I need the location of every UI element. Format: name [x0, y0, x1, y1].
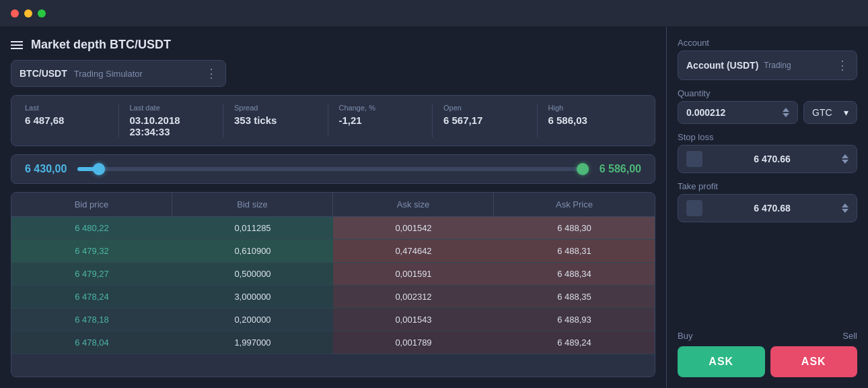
bid-size: 3,000000: [172, 286, 333, 308]
page-title: Market depth BTC/USDT: [31, 38, 171, 52]
app-container: Market depth BTC/USDT BTC/USDT Trading S…: [0, 27, 868, 388]
table-row[interactable]: 6 478,04 1,997000 0,001789 6 489,24: [11, 331, 655, 354]
stat-open-value: 6 567,17: [443, 115, 526, 126]
account-menu-icon[interactable]: ⋮: [836, 58, 848, 73]
table-row[interactable]: 6 478,18 0,200000 0,001543 6 488,93: [11, 309, 655, 331]
account-info: Account (USDT) Trading: [686, 60, 791, 71]
take-profit-section: Take profit 6 470.68: [678, 181, 857, 222]
account-name: Account (USDT): [686, 60, 758, 71]
buy-sell-section: Buy Sell ASK ASK: [678, 331, 857, 377]
bid-size: 1,997000: [172, 331, 333, 354]
stop-loss-label: Stop loss: [678, 132, 857, 142]
stat-last: Last 6 487,68: [25, 104, 119, 137]
quantity-stepper[interactable]: [783, 108, 789, 117]
stop-loss-section: Stop loss 6 470.66: [678, 132, 857, 173]
order-book-body: 6 480,22 0,011285 0,001542 6 488,30 6 47…: [11, 217, 655, 354]
buy-label: Buy: [678, 331, 768, 341]
order-book: Bid price Bid size Ask size Ask Price 6 …: [11, 192, 655, 377]
traffic-light-green[interactable]: [38, 9, 46, 18]
stop-loss-up-arrow[interactable]: [842, 154, 848, 158]
stop-loss-indicator: [686, 151, 702, 167]
take-profit-label: Take profit: [678, 181, 857, 191]
buy-sell-labels: Buy Sell: [678, 331, 857, 341]
ask-size: 0,001542: [333, 217, 494, 239]
ask-size: 0,001789: [333, 331, 494, 354]
right-panel: Account Account (USDT) Trading ⋮ Quantit…: [666, 27, 868, 388]
ask-price: 6 488,35: [494, 286, 655, 308]
quantity-up-arrow[interactable]: [783, 108, 789, 112]
range-slider-container: 6 430,00 6 586,00: [11, 154, 655, 184]
range-thumb-right[interactable]: [577, 163, 589, 175]
quantity-down-arrow[interactable]: [783, 113, 789, 117]
header: Market depth BTC/USDT: [11, 38, 655, 52]
table-row[interactable]: 6 478,24 3,000000 0,002312 6 488,35: [11, 286, 655, 309]
gtc-label: GTC: [812, 107, 832, 118]
take-profit-input[interactable]: 6 470.68: [678, 194, 857, 222]
account-selector[interactable]: Account (USDT) Trading ⋮: [678, 51, 857, 80]
sell-button[interactable]: ASK: [770, 346, 858, 377]
stop-loss-down-arrow[interactable]: [842, 160, 848, 164]
stat-last-label: Last: [25, 104, 108, 112]
quantity-section: Quantity 0.000212 GTC ▾: [678, 88, 857, 124]
bid-size: 0,200000: [172, 309, 333, 331]
bid-size: 0,011285: [172, 217, 333, 239]
gtc-select[interactable]: GTC ▾: [803, 101, 857, 124]
bid-price: 6 478,24: [11, 286, 172, 308]
bid-price: 6 479,27: [11, 263, 172, 285]
symbol-selector[interactable]: BTC/USDT Trading Simulator ⋮: [11, 60, 226, 87]
stat-high-value: 6 586,03: [548, 115, 631, 126]
col-ask-price: Ask Price: [494, 193, 655, 216]
stat-change-label: Change, %: [339, 104, 422, 112]
stat-last-date: Last date 03.10.2018 23:34:33: [119, 104, 224, 137]
quantity-value: 0.000212: [686, 107, 725, 118]
ask-price: 6 488,31: [494, 240, 655, 262]
bid-price: 6 479,32: [11, 240, 172, 262]
stop-loss-stepper[interactable]: [842, 154, 848, 164]
quantity-row: 0.000212 GTC ▾: [678, 101, 857, 124]
account-section: Account Account (USDT) Trading ⋮: [678, 38, 857, 80]
ask-price: 6 488,30: [494, 217, 655, 239]
account-label: Account: [678, 38, 857, 48]
stat-high: High 6 586,03: [538, 104, 642, 137]
stat-open-label: Open: [443, 104, 526, 112]
left-panel: Market depth BTC/USDT BTC/USDT Trading S…: [0, 27, 666, 388]
stat-spread: Spread 353 ticks: [223, 104, 328, 137]
hamburger-icon[interactable]: [11, 41, 23, 49]
take-profit-value: 6 470.68: [754, 203, 791, 214]
take-profit-stepper[interactable]: [842, 203, 848, 213]
symbol-info: BTC/USDT Trading Simulator: [20, 68, 143, 79]
stat-change: Change, % -1,21: [328, 104, 433, 137]
symbol-type: Trading Simulator: [74, 69, 143, 79]
range-thumb-left[interactable]: [93, 163, 105, 175]
ask-price: 6 488,34: [494, 263, 655, 285]
take-profit-indicator: [686, 200, 702, 216]
quantity-input[interactable]: 0.000212: [678, 101, 798, 124]
table-row[interactable]: 6 480,22 0,011285 0,001542 6 488,30: [11, 217, 655, 240]
table-row[interactable]: 6 479,27 0,500000 0,001591 6 488,34: [11, 263, 655, 286]
traffic-light-yellow[interactable]: [24, 9, 32, 18]
bid-size: 0,500000: [172, 263, 333, 285]
range-track[interactable]: [77, 167, 588, 171]
stop-loss-input[interactable]: 6 470.66: [678, 145, 857, 173]
ask-size: 0,001543: [333, 309, 494, 331]
gtc-chevron-icon: ▾: [844, 107, 848, 118]
stat-spread-value: 353 ticks: [234, 115, 317, 126]
ask-price: 6 488,93: [494, 309, 655, 331]
take-profit-down-arrow[interactable]: [842, 209, 848, 213]
range-min: 6 430,00: [25, 163, 67, 175]
buy-button[interactable]: ASK: [678, 346, 765, 377]
traffic-light-red[interactable]: [11, 9, 19, 18]
buy-sell-buttons: ASK ASK: [678, 346, 857, 377]
window-chrome: [0, 0, 868, 27]
stat-spread-label: Spread: [234, 104, 317, 112]
bid-price: 6 478,18: [11, 309, 172, 331]
col-bid-price: Bid price: [11, 193, 172, 216]
symbol-name: BTC/USDT: [20, 68, 67, 79]
bid-price: 6 478,04: [11, 331, 172, 354]
table-row[interactable]: 6 479,32 0,610900 0,474642 6 488,31: [11, 240, 655, 263]
symbol-menu-icon[interactable]: ⋮: [205, 66, 217, 81]
col-ask-size: Ask size: [333, 193, 494, 216]
take-profit-up-arrow[interactable]: [842, 203, 848, 207]
stat-last-date-label: Last date: [130, 104, 213, 112]
col-bid-size: Bid size: [172, 193, 333, 216]
